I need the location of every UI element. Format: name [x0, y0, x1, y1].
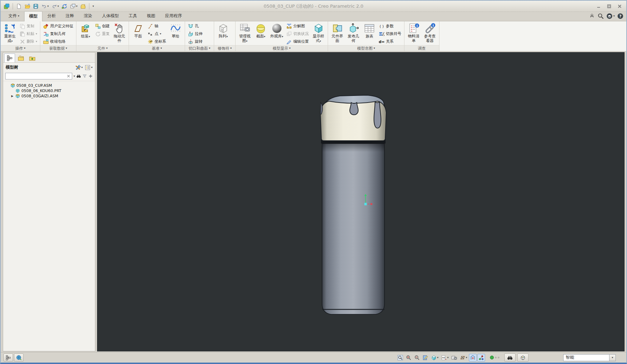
- hole-button[interactable]: 孔: [187, 22, 204, 30]
- window-switcher-button[interactable]: ▾: [69, 3, 79, 10]
- display-style-button[interactable]: 显示样式▾: [311, 22, 326, 43]
- component-interface-button[interactable]: 元件界面: [330, 22, 345, 43]
- ribbon-group-label[interactable]: 基准▾: [129, 45, 185, 51]
- copy-geometry-button[interactable]: 复制几何: [42, 30, 74, 37]
- tab-8[interactable]: 应用程序: [160, 11, 187, 21]
- tree-columns-button[interactable]: ▾: [85, 65, 93, 70]
- toggle-symbols-button[interactable]: 15x切换符号: [378, 30, 402, 37]
- saved-orientations-button[interactable]: [450, 354, 458, 362]
- undo-button[interactable]: ▾: [40, 3, 50, 10]
- ribbon-group-label[interactable]: 调查: [404, 45, 439, 51]
- annotation-display-button[interactable]: AB▾: [440, 354, 450, 362]
- tab-5[interactable]: 人体模型: [97, 11, 124, 21]
- learning-connector-button[interactable]: ▾: [606, 13, 615, 19]
- selection-filter-dropdown[interactable]: 智能 ▾: [563, 354, 616, 361]
- zoom-out-button[interactable]: [413, 354, 421, 362]
- exploded-view-button[interactable]: 分解图: [285, 22, 310, 30]
- axis-button[interactable]: 轴: [146, 22, 167, 30]
- extrude-button[interactable]: 拉伸: [187, 30, 204, 37]
- new-file-button[interactable]: [15, 3, 23, 10]
- drag-components-button[interactable]: 拖动元件: [112, 22, 127, 43]
- tab-0[interactable]: 文件▾: [4, 11, 24, 21]
- tree-node[interactable]: 0508_03_CUP.ASM: [4, 83, 94, 88]
- open-file-button[interactable]: [23, 3, 31, 10]
- ribbon-group-label[interactable]: 修饰符▾: [214, 45, 235, 51]
- command-search-button[interactable]: [598, 13, 604, 19]
- redo-button[interactable]: ▾: [50, 3, 60, 10]
- coordinate-system-button[interactable]: 坐标系: [146, 38, 167, 45]
- clear-search-button[interactable]: [66, 74, 71, 78]
- search-options-button[interactable]: ▾: [74, 75, 75, 78]
- repaint-button[interactable]: [422, 354, 429, 362]
- tree-filter-button[interactable]: [82, 74, 87, 78]
- tree-node[interactable]: 0508_06_KOU60.PRT: [4, 88, 94, 93]
- cup-model[interactable]: [318, 94, 388, 318]
- datum-display-button[interactable]: ▾: [459, 354, 468, 362]
- section-button[interactable]: 截面▾: [253, 22, 268, 39]
- collapse-ribbon-button[interactable]: [589, 13, 595, 19]
- parameters-button[interactable]: ( )参数: [378, 22, 402, 30]
- plane-button[interactable]: 平面: [131, 22, 145, 39]
- save-button[interactable]: [32, 3, 40, 10]
- pattern-button[interactable]: 阵列▾: [216, 22, 231, 39]
- create-component-button[interactable]: 创建: [94, 22, 111, 30]
- toggle-browser-button[interactable]: [14, 354, 23, 362]
- spin-center-toggle-button[interactable]: [477, 354, 485, 362]
- tree-search-field[interactable]: [5, 73, 72, 79]
- app-menu-button[interactable]: [3, 3, 11, 10]
- search-model-button[interactable]: [504, 354, 516, 362]
- edit-position-button[interactable]: 编辑位置: [285, 38, 310, 45]
- expand-arrow-icon[interactable]: ▶: [11, 94, 14, 98]
- tab-6[interactable]: 工具: [124, 11, 142, 21]
- close-button[interactable]: [615, 3, 624, 9]
- manage-views-button[interactable]: 管理视图▾: [237, 22, 252, 43]
- find-in-tree-button[interactable]: [76, 74, 81, 78]
- ribbon-group-label[interactable]: 模型意图▾: [328, 45, 404, 51]
- zoom-in-button[interactable]: [405, 354, 413, 362]
- 3d-viewport[interactable]: [97, 52, 625, 351]
- assemble-button[interactable]: 组装▾: [78, 22, 93, 39]
- zoom-refit-button[interactable]: [396, 354, 404, 362]
- regenerate-button[interactable]: 重新生成▾: [2, 22, 18, 43]
- selection-filter-arrow[interactable]: ▾: [609, 354, 616, 361]
- point-button[interactable]: 点▾: [146, 30, 167, 37]
- favorites-tab[interactable]: [27, 54, 38, 62]
- minimize-button[interactable]: [594, 3, 603, 9]
- toggle-model-tree-button[interactable]: [4, 354, 13, 362]
- ribbon-group-label[interactable]: 操作▾: [1, 45, 40, 51]
- customize-toolbar-button[interactable]: ▾: [91, 4, 95, 8]
- tab-2[interactable]: 分析: [42, 11, 61, 21]
- annotations-toggle-button[interactable]: [469, 354, 477, 362]
- relations-button[interactable]: d=关系: [378, 38, 402, 45]
- ribbon-group-label[interactable]: 切口和曲面▾: [185, 45, 214, 51]
- ribbon-group-label[interactable]: 获取数据▾: [40, 45, 76, 51]
- family-table-button[interactable]: 族表: [362, 22, 377, 39]
- close-window-button[interactable]: [79, 3, 87, 10]
- shrinkwrap-button[interactable]: 收缩包络: [42, 38, 74, 45]
- help-button[interactable]: ?: [617, 13, 623, 19]
- sketch-button[interactable]: 草绘: [168, 22, 183, 39]
- model-tree-tab[interactable]: [4, 54, 15, 62]
- reference-viewer-button[interactable]: i参考查看器: [422, 22, 437, 43]
- tree-settings-button[interactable]: ▾: [75, 65, 83, 70]
- folder-browser-tab[interactable]: [15, 54, 26, 62]
- publish-geometry-button[interactable]: 发布几何: [346, 22, 361, 43]
- regenerate-quick-button[interactable]: [61, 3, 68, 10]
- ribbon-group-label[interactable]: 元件▾: [76, 45, 129, 51]
- ribbon-group-label[interactable]: 模型显示▾: [236, 45, 328, 51]
- tree-search-input[interactable]: [7, 74, 66, 78]
- tab-7[interactable]: 视图: [142, 11, 160, 21]
- tab-3[interactable]: 注释: [61, 11, 79, 21]
- appearance-gallery-button[interactable]: 外观库▾: [269, 22, 284, 39]
- selection-filter-value[interactable]: 智能: [563, 354, 609, 361]
- tree-node[interactable]: ▶0508_03GAIZI.ASM: [4, 93, 94, 99]
- maximize-button[interactable]: [604, 3, 614, 9]
- tab-model-active[interactable]: 模型: [24, 11, 42, 21]
- revolve-button[interactable]: 旋转: [187, 38, 204, 45]
- accessory-window-button[interactable]: [517, 354, 529, 362]
- display-style-status-button[interactable]: ▾: [430, 354, 439, 362]
- udf-button[interactable]: 用户定义特征: [42, 22, 74, 30]
- tab-4[interactable]: 渲染: [79, 11, 97, 21]
- bom-button[interactable]: i物料清单: [406, 22, 421, 43]
- add-column-button[interactable]: [88, 74, 93, 78]
